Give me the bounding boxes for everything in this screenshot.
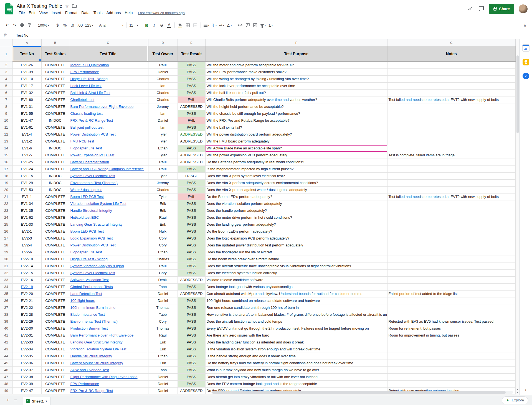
- cell-test-owner[interactable]: Tabb: [148, 366, 178, 373]
- sheet-tab[interactable]: 1 Sheet1 ▾: [22, 397, 50, 405]
- row-header[interactable]: 17: [0, 165, 12, 172]
- row-header[interactable]: 26: [0, 228, 12, 235]
- cell-test-no[interactable]: EV2-20: [12, 290, 41, 297]
- cell-test-status[interactable]: COMPLETE: [41, 269, 69, 276]
- column-header-e[interactable]: E: [178, 39, 205, 46]
- cell-test-title[interactable]: Environmental Test (Thermal): [69, 318, 147, 325]
- test-title-link[interactable]: Chassis loading test: [70, 111, 103, 116]
- column-header-c[interactable]: C: [69, 39, 147, 46]
- cell-test-title[interactable]: Baro Performance over Flight Envelope: [69, 332, 147, 339]
- cell-test-no[interactable]: EV2-35: [12, 353, 41, 360]
- cell-test-no[interactable]: EV2-22: [12, 304, 41, 311]
- cell-test-no[interactable]: EV2-21: [12, 297, 41, 304]
- cell-test-result[interactable]: PASS: [178, 68, 205, 75]
- cell-notes[interactable]: [387, 228, 516, 235]
- cell-test-no[interactable]: EV1-53: [12, 186, 41, 193]
- cell-test-no[interactable]: EV1-61: [12, 124, 41, 131]
- row-header[interactable]: 24: [0, 214, 12, 221]
- cell-test-title[interactable]: Environmental Test (Thermal): [69, 179, 147, 186]
- row-header[interactable]: 34: [0, 283, 12, 290]
- cell-test-status[interactable]: COMPLETE: [41, 366, 69, 373]
- cell-test-status[interactable]: COMPLETE: [41, 96, 69, 103]
- cell-test-title[interactable]: Power Distribution PCB Test: [69, 242, 147, 249]
- cell-test-owner[interactable]: Raul: [148, 214, 178, 221]
- cell-test-owner[interactable]: Ian: [148, 124, 178, 131]
- create-filter-button[interactable]: ▾: [259, 22, 267, 29]
- cell-test-purpose[interactable]: Will the ball joints fail?: [205, 124, 387, 131]
- row-header[interactable]: 27: [0, 235, 12, 242]
- cell-test-owner[interactable]: Hulk: [148, 228, 178, 235]
- cell-test-purpose[interactable]: Will the motor and drive perform accepta…: [205, 62, 387, 68]
- cell-test-no[interactable]: EV2-31: [12, 332, 41, 339]
- row-header[interactable]: 40: [0, 325, 12, 332]
- cell-test-title[interactable]: FMU PCB Test: [69, 138, 147, 145]
- row-header[interactable]: 44: [0, 353, 12, 360]
- horizontal-scrollbar[interactable]: [211, 391, 513, 394]
- cell-test-result[interactable]: PASS: [178, 366, 205, 373]
- cell-test-owner[interactable]: Daniel: [148, 380, 178, 387]
- document-title[interactable]: Alta X Testing Public: [17, 3, 62, 9]
- cell-test-owner[interactable]: Tyler: [148, 172, 178, 179]
- cell-test-owner[interactable]: Erik: [148, 221, 178, 228]
- cell-test-purpose[interactable]: Can aircraft autoland with Mpro and skyv…: [205, 290, 387, 297]
- row-header[interactable]: 1: [0, 46, 12, 62]
- cell-notes[interactable]: [387, 360, 516, 366]
- cell-notes[interactable]: [387, 276, 516, 283]
- row-header[interactable]: 35: [0, 290, 12, 297]
- header-cell-test-no[interactable]: Test No: [12, 46, 41, 62]
- cell-test-no[interactable]: EV2-4: [12, 242, 41, 249]
- test-title-link[interactable]: Charliebolt test: [70, 98, 95, 102]
- cell-test-result[interactable]: PASS: [178, 200, 205, 207]
- cell-test-status[interactable]: COMPLETE: [41, 387, 69, 394]
- test-title-link[interactable]: Blade Imbalance Test: [70, 312, 105, 317]
- test-title-link[interactable]: FMU PCB Test: [70, 139, 94, 143]
- cell-test-no[interactable]: EV2-37: [12, 366, 41, 373]
- cell-notes[interactable]: Test failed and needs to be retested at …: [387, 96, 516, 103]
- borders-button[interactable]: [184, 22, 191, 29]
- cell-test-purpose[interactable]: Is the vibration isolation system stron …: [205, 346, 387, 353]
- cell-test-title[interactable]: Water / dust ingress: [69, 186, 147, 193]
- cell-test-title[interactable]: Handle Structural Integrity: [69, 207, 147, 214]
- cell-test-result[interactable]: PASS: [178, 256, 205, 263]
- row-header[interactable]: 49: [0, 387, 12, 394]
- cell-notes[interactable]: [387, 82, 516, 89]
- cell-test-purpose[interactable]: Does the FPV camera footage look good an…: [205, 380, 387, 387]
- cell-test-result[interactable]: PASS: [178, 263, 205, 269]
- row-header[interactable]: 20: [0, 186, 12, 193]
- font-family-select[interactable]: Arial▾: [98, 22, 125, 29]
- row-header[interactable]: 12: [0, 131, 12, 138]
- cell-test-no[interactable]: EV1-4: [12, 131, 41, 138]
- row-header[interactable]: 42: [0, 339, 12, 346]
- test-title-link[interactable]: Motor/ESC Qualification: [70, 63, 109, 67]
- cell-test-title[interactable]: Lock Lever Life test: [69, 82, 147, 89]
- cell-test-purpose[interactable]: Does the logic expansion PCB perform ade…: [205, 235, 387, 242]
- cell-notes[interactable]: [387, 366, 516, 373]
- cell-notes[interactable]: [387, 214, 516, 221]
- cell-notes[interactable]: [387, 346, 516, 353]
- test-title-link[interactable]: Logic Expansion PCB Test: [70, 236, 113, 240]
- cell-test-status[interactable]: COMPLETE: [41, 373, 69, 380]
- cell-test-purpose[interactable]: Does the landing gear perform adequately…: [205, 221, 387, 228]
- cell-test-result[interactable]: PASS: [178, 283, 205, 290]
- test-title-link[interactable]: Baro Performance over Flight Envelope: [70, 333, 134, 337]
- test-title-link[interactable]: Power Distribution PCB Test: [70, 243, 116, 247]
- cell-test-result[interactable]: ADDRESSED: [178, 276, 205, 283]
- cell-test-title[interactable]: Hinge Life Test - Wiring: [69, 75, 147, 82]
- test-title-link[interactable]: Ball joint pull out test: [70, 125, 103, 129]
- cell-test-title[interactable]: Flopdapter Life Test: [69, 249, 147, 256]
- test-title-link[interactable]: Battery and ESC Wiring Compass Interefen…: [70, 167, 144, 171]
- cell-test-purpose[interactable]: Do the boom wires break over aircraft li…: [205, 256, 387, 263]
- cell-test-no[interactable]: EV1-60: [12, 96, 41, 103]
- vertical-scrollbar[interactable]: ▲ ▼: [516, 39, 519, 395]
- cell-test-owner[interactable]: Raul: [148, 332, 178, 339]
- zoom-select[interactable]: 100%▾: [37, 22, 50, 29]
- test-title-link[interactable]: Hinge Life Test - Wiring: [70, 77, 108, 81]
- test-title-link[interactable]: FRX Pro & RC Range Test: [70, 389, 113, 393]
- row-header[interactable]: 32: [0, 269, 12, 276]
- test-title-link[interactable]: Vibration Isolation System Life Test: [70, 347, 126, 351]
- cell-test-title[interactable]: FPV Performance: [69, 68, 147, 75]
- cell-test-status[interactable]: COMPLETE: [41, 152, 69, 159]
- cell-test-purpose[interactable]: Does the handle perform adequately?: [205, 207, 387, 214]
- row-header[interactable]: 22: [0, 200, 12, 207]
- cell-notes[interactable]: [387, 380, 516, 387]
